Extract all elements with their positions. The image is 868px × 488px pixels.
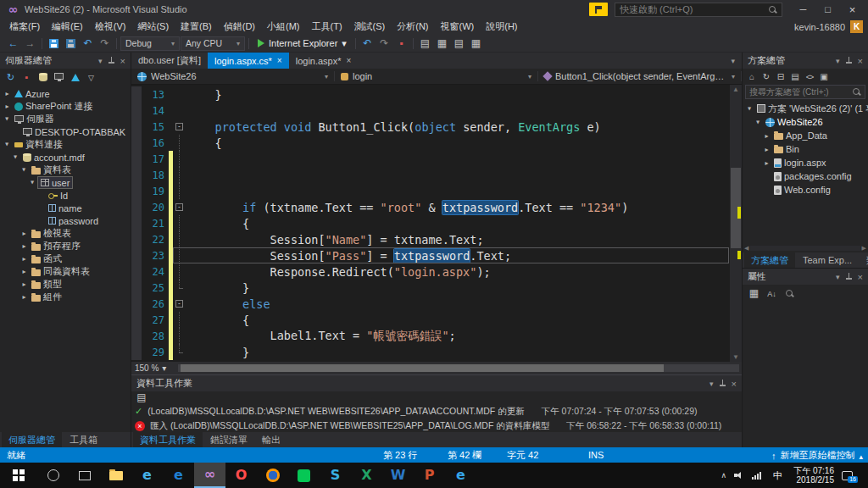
taskbar-excel-app[interactable]: X: [351, 463, 382, 488]
collapse-all-button[interactable]: [774, 70, 787, 83]
breakpoint-margin[interactable]: [131, 215, 142, 231]
navigation-dropdown[interactable]: WebSite26: [131, 71, 335, 81]
refresh-button[interactable]: [760, 70, 773, 83]
vertical-scrollbar[interactable]: ▲ ▼: [730, 85, 742, 362]
close-icon[interactable]: [120, 56, 125, 66]
close-tab-icon[interactable]: ×: [347, 56, 352, 65]
code-line[interactable]: 17: [131, 151, 730, 167]
server-explorer-node[interactable]: ▸資料連接: [0, 138, 131, 151]
server-explorer-node[interactable]: ▸資料表: [0, 164, 131, 176]
document-tab[interactable]: login.aspx.cs*×: [208, 53, 289, 69]
find-in-files-button[interactable]: [417, 36, 433, 51]
scroll-left-arrow-icon[interactable]: ◀: [744, 245, 748, 252]
menu-item-edit[interactable]: 編輯(E): [46, 19, 89, 35]
code-line[interactable]: 15- protected void Button1_Click(object …: [131, 119, 730, 135]
server-explorer-node[interactable]: DESKTOP-OTABBAK: [0, 125, 131, 138]
operation-row[interactable]: (LocalDB)\MSSQLLocalDB.D:\ASP.NET WEB\WE…: [135, 404, 738, 419]
code-line[interactable]: 13 }: [131, 86, 730, 103]
action-center-button[interactable]: 16: [842, 471, 853, 480]
zoom-dropdown[interactable]: 150 %: [131, 362, 175, 374]
expander-icon[interactable]: ▸: [762, 132, 771, 140]
taskbar-edge-browser-2[interactable]: e: [445, 463, 476, 488]
expander-icon[interactable]: ▸: [12, 152, 19, 162]
cortana-button[interactable]: [37, 463, 69, 488]
server-explorer-node[interactable]: ▸同義資料表: [0, 265, 131, 278]
taskbar-file-explorer[interactable]: [100, 463, 131, 488]
scroll-down-arrow-icon[interactable]: ▼: [730, 353, 742, 361]
chevron-down-icon[interactable]: [836, 57, 840, 65]
expander-icon[interactable]: ▸: [3, 90, 12, 97]
chevron-down-icon[interactable]: [836, 273, 840, 281]
menu-item-analyze[interactable]: 分析(N): [391, 19, 434, 35]
breakpoint-margin[interactable]: [131, 199, 142, 215]
show-all-files-button[interactable]: [788, 70, 802, 83]
breakpoint-margin[interactable]: [131, 86, 142, 103]
save-button[interactable]: [46, 36, 62, 51]
code-line[interactable]: 18: [131, 167, 730, 183]
back-button[interactable]: [5, 36, 21, 51]
network-icon[interactable]: [752, 471, 761, 480]
solution-explorer-node[interactable]: ▸login.aspx: [743, 156, 868, 169]
menu-item-debug[interactable]: 偵錯(D): [218, 19, 261, 35]
taskbar-powerpoint-app[interactable]: P: [414, 463, 445, 488]
tool-window-tab[interactable]: Team Exp...: [796, 253, 859, 267]
taskbar-firefox-browser[interactable]: [257, 463, 288, 488]
breakpoint-margin[interactable]: [131, 280, 142, 296]
code-line[interactable]: 27 {: [131, 312, 730, 328]
server-explorer-node[interactable]: ▸user: [0, 176, 131, 189]
expander-icon[interactable]: ▸: [3, 140, 11, 149]
redo-button[interactable]: [97, 36, 113, 51]
user-name[interactable]: kevin-16880: [794, 22, 845, 32]
tool-window-tab[interactable]: 輸出: [255, 432, 287, 448]
step-into-button[interactable]: [393, 36, 409, 51]
maximize-button[interactable]: [815, 1, 840, 18]
code-line[interactable]: 19: [131, 183, 730, 199]
outlining-margin[interactable]: -: [173, 296, 186, 312]
expander-icon[interactable]: ▸: [19, 242, 29, 250]
breakpoint-margin[interactable]: [131, 247, 142, 263]
home-button[interactable]: [745, 70, 759, 83]
filter-button[interactable]: [84, 70, 98, 84]
code-line[interactable]: 24 Response.Redirect("login.aspx");: [131, 263, 730, 280]
task-view-button[interactable]: [69, 463, 100, 488]
view-code-button[interactable]: [803, 70, 816, 83]
outdent-button[interactable]: [468, 36, 484, 51]
code-line[interactable]: 23 Session["Pass"] = txtpassword.Text;: [131, 247, 730, 263]
tab-overflow-button[interactable]: ▾: [724, 53, 742, 69]
server-explorer-node[interactable]: password: [0, 214, 131, 227]
server-explorer-node[interactable]: ▸account.mdf: [0, 151, 131, 164]
pin-icon[interactable]: [108, 57, 115, 64]
breakpoint-margin[interactable]: [131, 151, 142, 167]
solution-platform-dropdown[interactable]: Any CPU: [181, 36, 245, 51]
breakpoint-margin[interactable]: [131, 296, 142, 312]
server-explorer-node[interactable]: ▸SharePoint 連接: [0, 100, 131, 113]
tool-window-tab[interactable]: 類別檢視: [860, 252, 868, 269]
code-line[interactable]: 16 {: [131, 135, 730, 151]
collapse-region-button[interactable]: -: [175, 300, 183, 308]
tool-window-tab[interactable]: 方案總管: [744, 252, 795, 269]
server-explorer-node[interactable]: ▸函式: [0, 252, 131, 265]
menu-item-view[interactable]: 檢視(V): [89, 19, 132, 35]
taskbar-internet-explorer[interactable]: e: [131, 463, 163, 488]
scroll-right-arrow-icon[interactable]: ▶: [862, 245, 866, 252]
taskbar-word-app[interactable]: W: [382, 463, 414, 488]
operation-row[interactable]: 匯入 (LocalDB)\MSSQLLocalDB.D:\ASP.NET WEB…: [135, 419, 738, 432]
property-pages-button[interactable]: [782, 286, 798, 301]
connect-to-database-button[interactable]: [36, 70, 50, 84]
refresh-button[interactable]: [3, 70, 18, 84]
document-tab[interactable]: dbo.user [資料]: [131, 53, 208, 69]
solution-explorer-hscrollbar[interactable]: ◀ ▶: [743, 244, 868, 252]
code-line[interactable]: 28 Label1.Text = "帳號密碼錯誤";: [131, 328, 730, 344]
menu-item-tools[interactable]: 工具(T): [306, 19, 348, 35]
solution-explorer-node[interactable]: ▸Bin: [743, 142, 868, 156]
expander-icon[interactable]: ▸: [29, 178, 36, 187]
pin-icon[interactable]: [845, 273, 853, 280]
properties-button[interactable]: [817, 70, 831, 83]
solution-explorer-node[interactable]: ▸方案 'WebSite26 (2)' (1 專案): [743, 102, 868, 115]
connect-to-server-button[interactable]: [52, 70, 66, 84]
feedback-button[interactable]: [589, 3, 608, 16]
navigation-dropdown[interactable]: login: [335, 71, 538, 81]
solution-search-input[interactable]: 搜尋方案總管 (Ctrl+;): [745, 85, 865, 99]
scrollbar-track[interactable]: [750, 246, 860, 251]
stop-refresh-button[interactable]: [19, 70, 34, 84]
